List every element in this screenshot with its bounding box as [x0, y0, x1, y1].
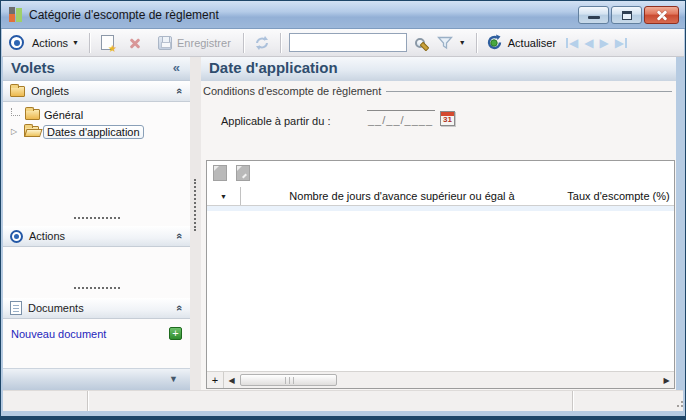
calendar-button[interactable]: 31 — [440, 111, 455, 126]
scroll-left-icon[interactable]: ◀ — [224, 376, 239, 385]
row-selector-dropdown[interactable]: ▼ — [207, 187, 241, 205]
maximize-icon — [622, 11, 632, 20]
search-icon[interactable] — [415, 38, 425, 48]
table-header-row: ▼ Nombre de jours d'avance supérieur ou … — [207, 187, 674, 206]
date-field-row: Applicable à partir du : __/__/____ 31 — [201, 97, 676, 137]
document-icon — [10, 301, 22, 315]
date-input[interactable]: __/__/____ — [368, 114, 433, 126]
scroll-right-icon[interactable]: ▶ — [659, 376, 674, 385]
app-logo-icon — [9, 7, 23, 23]
toolbar-separator — [243, 33, 244, 53]
maximize-button[interactable] — [611, 6, 642, 24]
sidebar-title: Volets — [11, 59, 55, 76]
sidebar-more-icon[interactable]: ▼ — [169, 374, 178, 384]
actions-menu-button[interactable]: Actions — [32, 37, 68, 49]
sidebar-panel: Volets « Onglets « Général ▷ Dates d'app… — [3, 57, 190, 390]
toolbar-separator — [476, 33, 477, 53]
nav-first-button[interactable]: ◀ — [566, 36, 578, 50]
section-header-actions[interactable]: Actions « — [3, 226, 190, 247]
date-field-label: Applicable à partir du : — [221, 115, 330, 127]
minimize-button[interactable] — [578, 6, 609, 24]
collapse-section-icon[interactable]: « — [174, 88, 186, 94]
collapse-section-icon[interactable]: « — [174, 233, 186, 239]
groupbox-label: Conditions d'escompte de règlement — [203, 85, 381, 97]
scrollbar-thumb[interactable] — [240, 374, 337, 386]
nav-next-button[interactable]: ▶ — [600, 36, 609, 50]
panel-gap — [190, 57, 201, 390]
save-button[interactable]: Enregistrer — [177, 37, 231, 49]
actions-caret-icon[interactable]: ▼ — [72, 39, 79, 46]
tree-connector — [11, 108, 20, 116]
search-input[interactable] — [289, 33, 407, 52]
groupbox-line — [386, 91, 672, 92]
toolbar-separator — [280, 33, 281, 53]
main-header: Date d'application — [201, 57, 676, 81]
table-toolbar — [207, 161, 674, 187]
actions-target-icon — [10, 230, 23, 243]
collapse-section-icon[interactable]: « — [174, 305, 186, 311]
nav-last-icon: ▶ — [615, 36, 624, 50]
toolbar: Actions ▼ Enregistrer ▼ — [2, 29, 684, 57]
minimize-icon — [588, 16, 600, 19]
folder-icon — [10, 86, 25, 97]
resize-grip[interactable] — [677, 405, 679, 407]
section-header-documents[interactable]: Documents « — [3, 298, 190, 319]
tree-expander-icon[interactable]: ▷ — [11, 127, 20, 136]
new-document-link[interactable]: Nouveau document — [11, 328, 106, 340]
section-onglets-label: Onglets — [31, 85, 69, 97]
nav-previous-icon: ◀ — [584, 36, 593, 50]
open-folder-icon — [24, 126, 39, 137]
add-row-button[interactable]: + — [207, 372, 224, 388]
refresh-circular-icon[interactable] — [486, 34, 503, 51]
insert-row-button[interactable] — [213, 165, 227, 181]
status-bar — [3, 390, 683, 411]
nav-last-button[interactable]: ▶ — [615, 36, 627, 50]
status-cell-1 — [3, 391, 88, 411]
filter-caret-icon[interactable]: ▼ — [459, 39, 466, 46]
refresh-icon-button[interactable] — [254, 35, 270, 51]
tree-item-label-selected: Dates d'application — [43, 125, 144, 139]
window-title: Catégorie d'escompte de règlement — [29, 1, 219, 29]
section-header-onglets[interactable]: Onglets « — [3, 81, 190, 102]
groupbox-conditions: Conditions d'escompte de règlement — [203, 85, 674, 97]
titlebar[interactable]: Catégorie d'escompte de règlement — [1, 1, 685, 29]
new-item-button[interactable] — [101, 35, 114, 50]
vertical-splitter[interactable] — [194, 179, 196, 231]
tree-item-dates-application[interactable]: ▷ Dates d'application — [3, 123, 190, 140]
table-first-row-highlight — [207, 206, 674, 211]
nav-next-icon: ▶ — [600, 36, 609, 50]
remove-row-button[interactable] — [236, 165, 250, 181]
discount-table: ▼ Nombre de jours d'avance supérieur ou … — [206, 160, 675, 389]
delete-item-button[interactable] — [128, 36, 142, 50]
main-panel: Date d'application Conditions d'escompte… — [201, 57, 676, 390]
tree-item-label: Général — [44, 109, 83, 121]
sidebar-more-bar[interactable]: ▼ — [3, 368, 190, 390]
app-window: Catégorie d'escompte de règlement Action… — [0, 0, 686, 420]
add-document-button[interactable]: + — [169, 327, 182, 340]
section-splitter[interactable] — [3, 217, 190, 219]
horizontal-scrollbar: + ◀ ▶ — [207, 371, 674, 388]
column-header-rate[interactable]: Taux d'escompte (%) — [563, 187, 674, 205]
section-splitter[interactable] — [3, 287, 190, 289]
close-button[interactable] — [644, 6, 679, 24]
collapse-sidebar-button[interactable]: « — [173, 60, 180, 75]
calendar-icon: 31 — [441, 115, 454, 124]
save-icon — [158, 36, 172, 50]
filter-icon[interactable] — [437, 36, 453, 50]
refresh-button[interactable]: Actualiser — [508, 37, 556, 49]
nav-first-icon: ◀ — [569, 36, 578, 50]
column-header-days[interactable]: Nombre de jours d'avance supérieur ou ég… — [241, 187, 563, 205]
status-cell-2 — [88, 391, 573, 411]
section-documents-label: Documents — [28, 302, 84, 314]
nav-previous-button[interactable]: ◀ — [584, 36, 593, 50]
toolbar-separator — [89, 33, 90, 53]
dropdown-icon: ▼ — [220, 193, 227, 200]
actions-target-icon — [9, 35, 24, 50]
date-field-underline — [367, 110, 435, 111]
tree-item-general[interactable]: Général — [3, 106, 190, 123]
folder-icon — [25, 109, 40, 120]
status-cell-3 — [573, 391, 683, 411]
page-title: Date d'application — [209, 59, 338, 76]
sidebar-header: Volets « — [3, 57, 190, 81]
section-actions-label: Actions — [29, 230, 65, 242]
